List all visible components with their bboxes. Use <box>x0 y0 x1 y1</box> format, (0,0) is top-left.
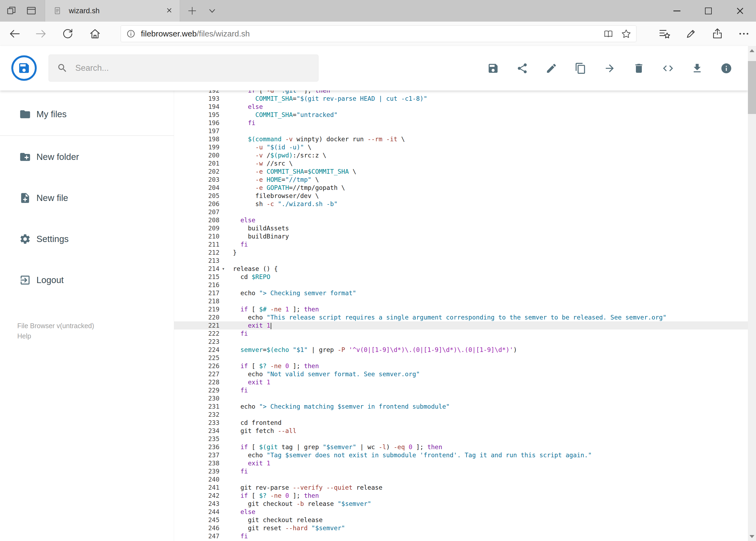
url-input[interactable]: filebrowser.web/files/wizard.sh <box>121 25 636 42</box>
tab-list-chevron-icon[interactable] <box>206 5 218 17</box>
code-line[interactable]: 221 exit 1 <box>174 321 748 329</box>
code-line[interactable]: 203 -e HOME="//tmp" \ <box>174 176 748 184</box>
web-note-pen-icon[interactable] <box>685 28 697 40</box>
help-link[interactable]: Help <box>17 331 94 341</box>
code-line[interactable]: 236 if [ $(git tag | grep "$semver" | wc… <box>174 443 748 451</box>
code-line[interactable]: 239 fi <box>174 467 748 475</box>
code-line[interactable]: 194 else <box>174 103 748 111</box>
code-line[interactable]: 237 echo "Tag $semver does not exist in … <box>174 451 748 459</box>
more-options-icon[interactable] <box>738 28 750 40</box>
code-line[interactable]: 214▾release () { <box>174 265 748 273</box>
code-line[interactable]: 202 -e COMMIT_SHA=$COMMIT_SHA \ <box>174 168 748 176</box>
code-line[interactable]: 247 fi <box>174 532 748 540</box>
scroll-up-button[interactable] <box>748 46 756 55</box>
code-line[interactable]: 246 git reset --hard "$semver" <box>174 524 748 532</box>
code-line[interactable]: 231 echo "> Checking matching $semver in… <box>174 402 748 410</box>
copy-icon[interactable] <box>575 62 587 74</box>
save-icon[interactable] <box>487 62 499 74</box>
code-line[interactable]: 230 <box>174 394 748 402</box>
code-line[interactable]: 195 COMMIT_SHA="untracked" <box>174 111 748 119</box>
code-line[interactable]: 223 <box>174 337 748 346</box>
code-line[interactable]: 212} <box>174 249 748 257</box>
code-line[interactable]: 211 fi <box>174 241 748 249</box>
share-icon[interactable] <box>516 62 528 74</box>
code-line[interactable]: 244 else <box>174 508 748 516</box>
code-line[interactable]: 228 exit 1 <box>174 378 748 386</box>
sidebar-item-logout[interactable]: Logout <box>0 260 174 300</box>
code-line[interactable]: 207 <box>174 208 748 216</box>
code-line[interactable]: 198 $(command -v winpty) docker run --rm… <box>174 135 748 143</box>
code-line[interactable]: 213 <box>174 257 748 265</box>
code-line[interactable]: 204 -e GOPATH=//tmp/gopath \ <box>174 184 748 192</box>
code-line[interactable]: 224 semver=$(echo "$1" | grep -P '^v(0|[… <box>174 346 748 354</box>
code-line[interactable]: 209 buildAssets <box>174 224 748 232</box>
code-line[interactable]: 215 cd $REPO <box>174 273 748 281</box>
code-line[interactable]: 200 -v /$(pwd):/src:z \ <box>174 151 748 159</box>
minimize-button[interactable] <box>661 0 692 22</box>
page-scrollbar[interactable] <box>748 46 756 541</box>
code-line[interactable]: 217 echo "> Checking semver format" <box>174 289 748 297</box>
refresh-button[interactable] <box>61 28 74 40</box>
code-line[interactable]: 238 exit 1 <box>174 459 748 467</box>
code-line[interactable]: 216 <box>174 281 748 289</box>
code-line[interactable]: 210 buildBinary <box>174 232 748 241</box>
code-line[interactable]: 232 <box>174 410 748 419</box>
code-line[interactable]: 208 else <box>174 216 748 224</box>
favorite-star-icon[interactable] <box>621 29 631 39</box>
code-line[interactable]: 220 echo "This release script requires a… <box>174 313 748 321</box>
code-line[interactable]: 193 COMMIT_SHA="$(git rev-parse HEAD | c… <box>174 95 748 103</box>
move-arrow-icon[interactable] <box>604 62 616 74</box>
switch-editor-code-icon[interactable] <box>662 62 674 74</box>
sidebar-item-settings[interactable]: Settings <box>0 219 174 260</box>
tabs-set-aside-icon[interactable] <box>5 5 17 17</box>
delete-trash-icon[interactable] <box>633 62 645 74</box>
code-line[interactable]: 199 -u "$(id -u)" \ <box>174 143 748 151</box>
code-line[interactable]: 201 -w //src \ <box>174 159 748 168</box>
code-line[interactable]: 192 if [ -d ".git" ]; then <box>174 91 748 95</box>
code-line[interactable]: 241 git rev-parse --verify --quiet relea… <box>174 483 748 492</box>
code-line[interactable]: 240 <box>174 475 748 483</box>
sidebar-item-new-folder[interactable]: New folder <box>0 136 174 178</box>
share-page-icon[interactable] <box>711 28 724 40</box>
search-input[interactable] <box>75 63 310 73</box>
info-icon[interactable] <box>720 62 732 74</box>
sidebar-item-new-file[interactable]: New file <box>0 178 174 219</box>
filebrowser-logo[interactable] <box>11 55 37 81</box>
code-line[interactable]: 245 git checkout release <box>174 516 748 524</box>
close-button[interactable] <box>724 0 756 22</box>
browser-tab[interactable]: wizard.sh <box>45 0 180 22</box>
code-line[interactable]: 196 fi <box>174 119 748 127</box>
reading-view-icon[interactable] <box>603 29 614 39</box>
code-editor[interactable]: 192 if [ -d ".git" ]; then193 COMMIT_SHA… <box>174 91 748 541</box>
code-line[interactable]: 225 <box>174 354 748 362</box>
rename-pencil-icon[interactable] <box>546 62 557 74</box>
sidebar-item-my-files[interactable]: My files <box>0 94 174 135</box>
forward-button[interactable] <box>35 28 47 40</box>
download-icon[interactable] <box>691 62 703 74</box>
back-button[interactable] <box>8 28 21 40</box>
code-line[interactable]: 197 <box>174 127 748 135</box>
scrollbar-thumb[interactable] <box>748 61 756 114</box>
code-line[interactable]: 206 sh -c "./wizard.sh -b" <box>174 200 748 208</box>
scroll-down-button[interactable] <box>748 532 756 541</box>
code-line[interactable]: 219 if [ $# -ne 1 ]; then <box>174 305 748 313</box>
maximize-button[interactable] <box>692 0 724 22</box>
code-line[interactable]: 233 cd frontend <box>174 419 748 427</box>
code-line[interactable]: 205 filebrowser/dev \ <box>174 192 748 200</box>
code-line[interactable]: 235 <box>174 435 748 443</box>
fold-marker-icon[interactable]: ▾ <box>219 265 233 273</box>
tab-close-icon[interactable] <box>165 6 173 15</box>
search-box[interactable] <box>49 55 319 82</box>
code-line[interactable]: 234 git fetch --all <box>174 427 748 435</box>
code-line[interactable]: 242 if [ $? -ne 0 ]; then <box>174 492 748 500</box>
site-info-icon[interactable] <box>126 29 136 39</box>
tabs-you-set-aside-icon[interactable] <box>25 5 37 17</box>
home-button[interactable] <box>89 28 101 40</box>
code-line[interactable]: 226 if [ $? -ne 0 ]; then <box>174 362 748 370</box>
code-line[interactable]: 227 echo "Not valid semver format. See s… <box>174 370 748 378</box>
code-line[interactable]: 229 fi <box>174 386 748 394</box>
code-line[interactable]: 222 fi <box>174 329 748 337</box>
hub-favorites-icon[interactable] <box>658 28 671 40</box>
code-line[interactable]: 218 <box>174 297 748 305</box>
new-tab-button[interactable] <box>187 5 197 16</box>
